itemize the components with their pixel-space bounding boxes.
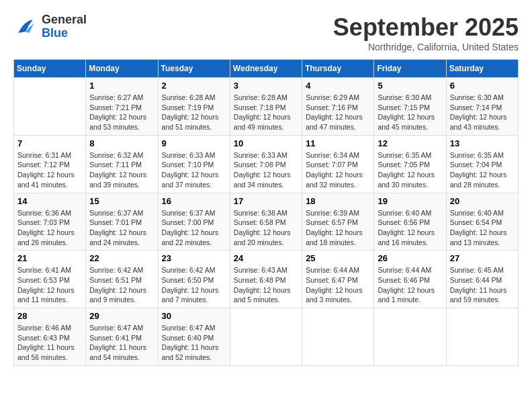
day-header-friday: Friday: [374, 60, 446, 78]
calendar-week-3: 14Sunrise: 6:36 AM Sunset: 7:03 PM Dayli…: [14, 193, 519, 250]
day-info: Sunrise: 6:46 AM Sunset: 6:43 PM Dayligh…: [17, 323, 82, 363]
calendar-cell: 1Sunrise: 6:27 AM Sunset: 7:21 PM Daylig…: [86, 78, 158, 136]
day-info: Sunrise: 6:28 AM Sunset: 7:19 PM Dayligh…: [162, 93, 226, 132]
calendar-week-5: 28Sunrise: 6:46 AM Sunset: 6:43 PM Dayli…: [14, 308, 519, 366]
calendar-cell: [230, 308, 302, 366]
day-number: 14: [17, 196, 82, 206]
day-info: Sunrise: 6:34 AM Sunset: 7:07 PM Dayligh…: [306, 150, 370, 190]
day-number: 29: [89, 311, 154, 321]
day-number: 20: [450, 196, 515, 206]
day-info: Sunrise: 6:35 AM Sunset: 7:04 PM Dayligh…: [450, 150, 515, 190]
calendar-cell: 15Sunrise: 6:37 AM Sunset: 7:01 PM Dayli…: [86, 193, 158, 250]
calendar-cell: 7Sunrise: 6:31 AM Sunset: 7:12 PM Daylig…: [14, 135, 86, 193]
day-info: Sunrise: 6:42 AM Sunset: 6:50 PM Dayligh…: [162, 265, 226, 305]
day-number: 4: [306, 81, 370, 91]
calendar-body: 1Sunrise: 6:27 AM Sunset: 7:21 PM Daylig…: [14, 78, 519, 366]
location: Northridge, California, United States: [333, 42, 519, 52]
calendar-cell: 24Sunrise: 6:43 AM Sunset: 6:48 PM Dayli…: [230, 250, 302, 308]
day-info: Sunrise: 6:37 AM Sunset: 7:01 PM Dayligh…: [89, 208, 154, 248]
day-number: 5: [378, 81, 442, 91]
day-info: Sunrise: 6:41 AM Sunset: 6:53 PM Dayligh…: [17, 265, 82, 305]
calendar-cell: 9Sunrise: 6:33 AM Sunset: 7:10 PM Daylig…: [158, 135, 230, 193]
day-number: 26: [378, 253, 442, 263]
day-header-tuesday: Tuesday: [158, 60, 230, 78]
calendar-cell: 16Sunrise: 6:37 AM Sunset: 7:00 PM Dayli…: [158, 193, 230, 250]
calendar-header-row: SundayMondayTuesdayWednesdayThursdayFrid…: [14, 60, 519, 78]
calendar-cell: 20Sunrise: 6:40 AM Sunset: 6:54 PM Dayli…: [446, 193, 518, 250]
calendar-cell: 21Sunrise: 6:41 AM Sunset: 6:53 PM Dayli…: [14, 250, 86, 308]
day-number: 30: [162, 311, 226, 321]
calendar-cell: 23Sunrise: 6:42 AM Sunset: 6:50 PM Dayli…: [158, 250, 230, 308]
day-info: Sunrise: 6:33 AM Sunset: 7:10 PM Dayligh…: [162, 150, 226, 190]
day-info: Sunrise: 6:40 AM Sunset: 6:56 PM Dayligh…: [378, 208, 442, 248]
day-info: Sunrise: 6:47 AM Sunset: 6:40 PM Dayligh…: [162, 323, 226, 363]
day-info: Sunrise: 6:33 AM Sunset: 7:08 PM Dayligh…: [234, 150, 298, 190]
day-number: 22: [89, 253, 154, 263]
month-title: September 2025: [333, 13, 519, 42]
day-number: 1: [89, 81, 154, 91]
day-number: 3: [234, 81, 298, 91]
calendar-cell: 10Sunrise: 6:33 AM Sunset: 7:08 PM Dayli…: [230, 135, 302, 193]
day-info: Sunrise: 6:47 AM Sunset: 6:41 PM Dayligh…: [89, 323, 154, 363]
day-header-wednesday: Wednesday: [230, 60, 302, 78]
day-number: 9: [162, 138, 226, 148]
day-info: Sunrise: 6:44 AM Sunset: 6:46 PM Dayligh…: [378, 265, 442, 305]
calendar-cell: 8Sunrise: 6:32 AM Sunset: 7:11 PM Daylig…: [86, 135, 158, 193]
day-number: 12: [378, 138, 442, 148]
calendar-cell: 27Sunrise: 6:45 AM Sunset: 6:44 PM Dayli…: [446, 250, 518, 308]
day-info: Sunrise: 6:29 AM Sunset: 7:16 PM Dayligh…: [306, 93, 370, 132]
day-header-thursday: Thursday: [302, 60, 374, 78]
calendar-cell: 25Sunrise: 6:44 AM Sunset: 6:47 PM Dayli…: [302, 250, 374, 308]
day-header-saturday: Saturday: [446, 60, 518, 78]
calendar-cell: 30Sunrise: 6:47 AM Sunset: 6:40 PM Dayli…: [158, 308, 230, 366]
day-number: 15: [89, 196, 154, 206]
day-info: Sunrise: 6:30 AM Sunset: 7:15 PM Dayligh…: [378, 93, 442, 132]
calendar-cell: 3Sunrise: 6:28 AM Sunset: 7:18 PM Daylig…: [230, 78, 302, 136]
day-number: 19: [378, 196, 442, 206]
calendar-cell: 17Sunrise: 6:38 AM Sunset: 6:58 PM Dayli…: [230, 193, 302, 250]
day-number: 11: [306, 138, 370, 148]
day-info: Sunrise: 6:36 AM Sunset: 7:03 PM Dayligh…: [17, 208, 82, 248]
day-number: 24: [234, 253, 298, 263]
day-number: 25: [306, 253, 370, 263]
day-number: 6: [450, 81, 515, 91]
day-info: Sunrise: 6:44 AM Sunset: 6:47 PM Dayligh…: [306, 265, 370, 305]
day-header-monday: Monday: [86, 60, 158, 78]
day-number: 10: [234, 138, 298, 148]
calendar-cell: 13Sunrise: 6:35 AM Sunset: 7:04 PM Dayli…: [446, 135, 518, 193]
day-number: 2: [162, 81, 226, 91]
calendar-cell: 14Sunrise: 6:36 AM Sunset: 7:03 PM Dayli…: [14, 193, 86, 250]
day-number: 21: [17, 253, 82, 263]
logo-icon: [13, 15, 38, 39]
calendar-cell: 5Sunrise: 6:30 AM Sunset: 7:15 PM Daylig…: [374, 78, 446, 136]
day-info: Sunrise: 6:27 AM Sunset: 7:21 PM Dayligh…: [89, 93, 154, 132]
calendar-cell: 12Sunrise: 6:35 AM Sunset: 7:05 PM Dayli…: [374, 135, 446, 193]
day-number: 18: [306, 196, 370, 206]
logo-text: General Blue: [42, 13, 87, 40]
day-number: 7: [17, 138, 82, 148]
day-info: Sunrise: 6:31 AM Sunset: 7:12 PM Dayligh…: [17, 150, 82, 190]
calendar-week-1: 1Sunrise: 6:27 AM Sunset: 7:21 PM Daylig…: [14, 78, 519, 136]
day-info: Sunrise: 6:28 AM Sunset: 7:18 PM Dayligh…: [234, 93, 298, 132]
page-header: General Blue September 2025 Northridge, …: [13, 13, 519, 52]
day-info: Sunrise: 6:30 AM Sunset: 7:14 PM Dayligh…: [450, 93, 515, 132]
calendar-cell: 18Sunrise: 6:39 AM Sunset: 6:57 PM Dayli…: [302, 193, 374, 250]
calendar-cell: 29Sunrise: 6:47 AM Sunset: 6:41 PM Dayli…: [86, 308, 158, 366]
day-info: Sunrise: 6:43 AM Sunset: 6:48 PM Dayligh…: [234, 265, 298, 305]
calendar-cell: 6Sunrise: 6:30 AM Sunset: 7:14 PM Daylig…: [446, 78, 518, 136]
day-number: 27: [450, 253, 515, 263]
calendar-week-4: 21Sunrise: 6:41 AM Sunset: 6:53 PM Dayli…: [14, 250, 519, 308]
title-block: September 2025 Northridge, California, U…: [333, 13, 519, 52]
calendar-cell: [374, 308, 446, 366]
day-header-sunday: Sunday: [14, 60, 86, 78]
calendar-cell: 28Sunrise: 6:46 AM Sunset: 6:43 PM Dayli…: [14, 308, 86, 366]
calendar-cell: 2Sunrise: 6:28 AM Sunset: 7:19 PM Daylig…: [158, 78, 230, 136]
calendar-week-2: 7Sunrise: 6:31 AM Sunset: 7:12 PM Daylig…: [14, 135, 519, 193]
day-info: Sunrise: 6:37 AM Sunset: 7:00 PM Dayligh…: [162, 208, 226, 248]
day-info: Sunrise: 6:38 AM Sunset: 6:58 PM Dayligh…: [234, 208, 298, 248]
calendar-cell: [14, 78, 86, 136]
day-number: 23: [162, 253, 226, 263]
day-info: Sunrise: 6:35 AM Sunset: 7:05 PM Dayligh…: [378, 150, 442, 190]
logo: General Blue: [13, 13, 87, 40]
day-info: Sunrise: 6:39 AM Sunset: 6:57 PM Dayligh…: [306, 208, 370, 248]
